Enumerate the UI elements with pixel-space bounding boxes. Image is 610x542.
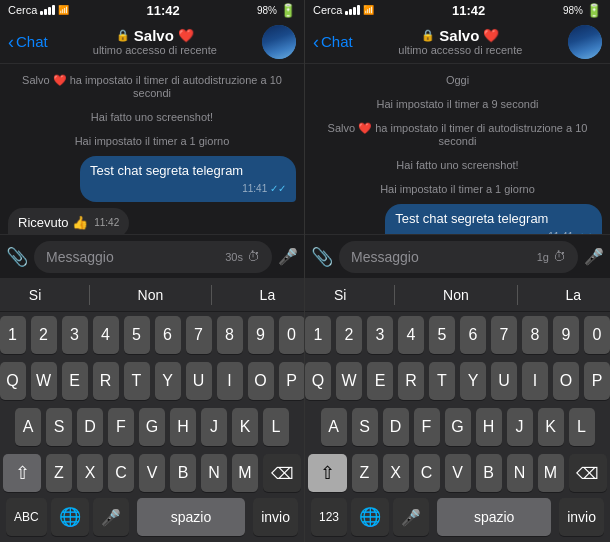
key-9[interactable]: 9 (248, 316, 274, 354)
back-button-right[interactable]: ‹ Chat (313, 33, 353, 51)
mic-icon-left[interactable]: 🎤 (278, 247, 298, 266)
key-9-r[interactable]: 9 (553, 316, 579, 354)
key-a[interactable]: A (15, 408, 41, 446)
key-h[interactable]: H (170, 408, 196, 446)
invio-key-left[interactable]: invio (253, 498, 298, 536)
globe-key-right[interactable]: 🌐 (351, 498, 389, 536)
key-d[interactable]: D (77, 408, 103, 446)
key-r[interactable]: R (93, 362, 119, 400)
key-0[interactable]: 0 (279, 316, 305, 354)
key-m-r[interactable]: M (538, 454, 564, 492)
key-3[interactable]: 3 (62, 316, 88, 354)
key-q[interactable]: Q (0, 362, 26, 400)
message-input-right[interactable]: Messaggio 1g ⏱ (339, 241, 578, 273)
123-key-right[interactable]: 123 (311, 498, 347, 536)
invio-key-right[interactable]: invio (559, 498, 604, 536)
key-w[interactable]: W (31, 362, 57, 400)
key-7[interactable]: 7 (186, 316, 212, 354)
key-a-r[interactable]: A (321, 408, 347, 446)
key-p[interactable]: P (279, 362, 305, 400)
key-c[interactable]: C (108, 454, 134, 492)
key-b[interactable]: B (170, 454, 196, 492)
key-y-r[interactable]: Y (460, 362, 486, 400)
mic-key-right[interactable]: 🎤 (393, 498, 429, 536)
key-6[interactable]: 6 (155, 316, 181, 354)
key-m[interactable]: M (232, 454, 258, 492)
key-e-r[interactable]: E (367, 362, 393, 400)
avatar-right[interactable] (568, 25, 602, 59)
key-4-r[interactable]: 4 (398, 316, 424, 354)
key-5-r[interactable]: 5 (429, 316, 455, 354)
key-j-r[interactable]: J (507, 408, 533, 446)
key-l[interactable]: L (263, 408, 289, 446)
key-i-r[interactable]: I (522, 362, 548, 400)
attach-icon-left[interactable]: 📎 (6, 246, 28, 268)
key-7-r[interactable]: 7 (491, 316, 517, 354)
key-p-r[interactable]: P (584, 362, 610, 400)
shift-key-right[interactable]: ⇧ (308, 454, 347, 492)
back-button-left[interactable]: ‹ Chat (8, 33, 48, 51)
key-v-r[interactable]: V (445, 454, 471, 492)
key-n-r[interactable]: N (507, 454, 533, 492)
key-h-r[interactable]: H (476, 408, 502, 446)
key-u-r[interactable]: U (491, 362, 517, 400)
avatar-left[interactable] (262, 25, 296, 59)
key-t[interactable]: T (124, 362, 150, 400)
key-8-r[interactable]: 8 (522, 316, 548, 354)
key-2[interactable]: 2 (31, 316, 57, 354)
back-label-right[interactable]: Chat (321, 33, 353, 50)
key-z[interactable]: Z (46, 454, 72, 492)
delete-key-left[interactable]: ⌫ (263, 454, 301, 492)
key-s-r[interactable]: S (352, 408, 378, 446)
key-e[interactable]: E (62, 362, 88, 400)
key-n[interactable]: N (201, 454, 227, 492)
key-x-r[interactable]: X (383, 454, 409, 492)
key-t-r[interactable]: T (429, 362, 455, 400)
globe-key-left[interactable]: 🌐 (51, 498, 89, 536)
message-input-left[interactable]: Messaggio 30s ⏱ (34, 241, 272, 273)
key-z-r[interactable]: Z (352, 454, 378, 492)
key-q-r[interactable]: Q (305, 362, 331, 400)
key-3-r[interactable]: 3 (367, 316, 393, 354)
key-8[interactable]: 8 (217, 316, 243, 354)
space-key-right[interactable]: spazio (437, 498, 551, 536)
key-d-r[interactable]: D (383, 408, 409, 446)
key-6-r[interactable]: 6 (460, 316, 486, 354)
key-o-r[interactable]: O (553, 362, 579, 400)
key-s[interactable]: S (46, 408, 72, 446)
key-v[interactable]: V (139, 454, 165, 492)
key-4[interactable]: 4 (93, 316, 119, 354)
space-key-left[interactable]: spazio (137, 498, 246, 536)
key-w-r[interactable]: W (336, 362, 362, 400)
key-u[interactable]: U (186, 362, 212, 400)
key-x[interactable]: X (77, 454, 103, 492)
key-0-r[interactable]: 0 (584, 316, 610, 354)
key-2-r[interactable]: 2 (336, 316, 362, 354)
suggestion-non-right[interactable]: Non (433, 283, 479, 307)
key-o[interactable]: O (248, 362, 274, 400)
key-g[interactable]: G (139, 408, 165, 446)
key-k[interactable]: K (232, 408, 258, 446)
suggestion-non-left[interactable]: Non (128, 283, 174, 307)
attach-icon-right[interactable]: 📎 (311, 246, 333, 268)
suggestion-la-right[interactable]: La (555, 283, 591, 307)
key-5[interactable]: 5 (124, 316, 150, 354)
suggestion-la-left[interactable]: La (250, 283, 286, 307)
delete-key-right[interactable]: ⌫ (569, 454, 608, 492)
key-g-r[interactable]: G (445, 408, 471, 446)
key-l-r[interactable]: L (569, 408, 595, 446)
key-1[interactable]: 1 (0, 316, 26, 354)
mic-key-left[interactable]: 🎤 (93, 498, 129, 536)
key-1-r[interactable]: 1 (305, 316, 331, 354)
abc-key-left[interactable]: ABC (6, 498, 47, 536)
suggestion-si-right[interactable]: Si (324, 283, 356, 307)
key-c-r[interactable]: C (414, 454, 440, 492)
key-f-r[interactable]: F (414, 408, 440, 446)
key-i[interactable]: I (217, 362, 243, 400)
key-b-r[interactable]: B (476, 454, 502, 492)
key-f[interactable]: F (108, 408, 134, 446)
key-k-r[interactable]: K (538, 408, 564, 446)
key-j[interactable]: J (201, 408, 227, 446)
suggestion-si-left[interactable]: Si (19, 283, 51, 307)
mic-icon-right[interactable]: 🎤 (584, 247, 604, 266)
